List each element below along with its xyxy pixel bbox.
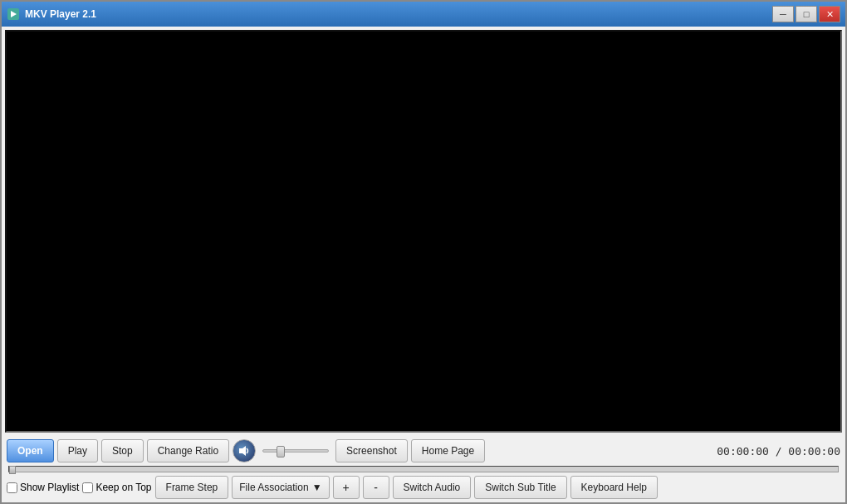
keyboard-help-button[interactable]: Keyboard Help [570,476,658,499]
dropdown-arrow-icon: ▼ [312,482,322,493]
file-association-dropdown[interactable]: File Association ▼ [232,476,329,499]
show-playlist-checkbox[interactable] [7,482,17,493]
plus-button[interactable]: + [333,476,360,499]
close-button[interactable]: ✕ [819,6,840,22]
volume-slider-track[interactable] [262,449,329,453]
maximize-button[interactable]: □ [796,6,817,22]
title-buttons: ─ □ ✕ [772,6,840,22]
stop-button[interactable]: Stop [101,439,144,462]
controls-row-3: Show Playlist Keep on Top Frame Step Fil… [7,476,840,499]
svg-marker-2 [239,446,246,456]
open-button[interactable]: Open [7,439,54,462]
switch-sub-title-button[interactable]: Switch Sub Title [474,476,566,499]
home-page-button[interactable]: Home Page [411,439,485,462]
change-ratio-button[interactable]: Change Ratio [147,439,229,462]
time-display: 00:00:00 / 00:00:00 [717,445,840,458]
frame-step-button[interactable]: Frame Step [155,476,229,499]
seek-bar-container[interactable] [7,466,840,472]
volume-slider-thumb[interactable] [277,446,285,458]
keep-on-top-label[interactable]: Keep on Top [82,482,151,493]
minimize-button[interactable]: ─ [772,6,794,22]
seek-thumb[interactable] [9,466,16,474]
window-title: MKV Player 2.1 [25,8,96,20]
switch-audio-button[interactable]: Switch Audio [393,476,472,499]
keep-on-top-checkbox[interactable] [82,482,93,493]
speaker-icon [237,444,251,458]
seek-bar[interactable] [8,466,839,472]
app-icon [7,7,20,21]
show-playlist-label[interactable]: Show Playlist [7,482,79,493]
volume-button[interactable] [233,439,256,462]
play-button[interactable]: Play [57,439,98,462]
screenshot-button[interactable]: Screenshot [335,439,408,462]
controls-row-1: Open Play Stop Change Ratio Screenshot H… [7,439,840,462]
minus-button[interactable]: - [363,476,389,499]
controls-area: Open Play Stop Change Ratio Screenshot H… [2,436,845,502]
main-window: MKV Player 2.1 ─ □ ✕ Open Play Stop Chan… [0,0,847,504]
title-bar-left: MKV Player 2.1 [7,7,96,21]
title-bar: MKV Player 2.1 ─ □ ✕ [2,2,845,27]
video-display [5,30,842,433]
